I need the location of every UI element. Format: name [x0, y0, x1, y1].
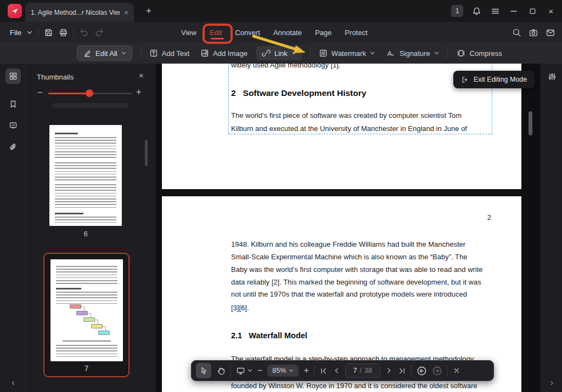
menu-item-edit[interactable]: Edit	[210, 29, 222, 37]
user-badge[interactable]: 1	[451, 5, 463, 17]
chevron-right-icon	[385, 367, 393, 374]
view-history-forward-button[interactable]	[432, 366, 442, 376]
add-image-label: Add Image	[213, 49, 248, 58]
next-page-button[interactable]	[385, 367, 393, 374]
thumbnail-size-slider[interactable]	[48, 93, 132, 94]
edit-all-label: Edit All	[95, 49, 117, 58]
watermark-button[interactable]: Watermark	[319, 49, 375, 58]
menu-item-convert[interactable]: Convert	[235, 29, 260, 37]
exit-editing-mode-button[interactable]: Exit Editing Mode	[453, 71, 535, 88]
slider-fill	[48, 93, 89, 94]
menu-item-page[interactable]: Page	[315, 29, 331, 37]
select-tool-button[interactable]	[196, 363, 211, 378]
new-tab-button[interactable]: +	[143, 5, 155, 17]
menu-item-protect[interactable]: Protect	[345, 29, 367, 37]
thumbnails-scrollbar[interactable]	[145, 140, 148, 166]
collapse-sidebar-button[interactable]: ‹	[0, 378, 26, 388]
undo-button[interactable]	[80, 28, 89, 37]
add-image-icon	[200, 49, 209, 58]
left-sidebar-rail: ‹	[0, 64, 26, 392]
edit-all-button[interactable]: Edit All	[77, 46, 132, 61]
camera-screenshot-icon[interactable]	[529, 28, 538, 37]
thumbnails-panel-button[interactable]	[5, 69, 21, 84]
cursor-icon	[199, 366, 208, 375]
document-line: [3][6].	[231, 304, 249, 312]
document-line: Kilburn and executed at the University o…	[231, 124, 467, 133]
document-line: widely used Agile methodology [1].	[231, 64, 340, 69]
exit-icon	[461, 76, 469, 84]
window-minimize-button[interactable]	[508, 5, 519, 16]
menu-item-annotate[interactable]: Annotate	[273, 29, 302, 37]
close-panel-icon[interactable]: ×	[139, 71, 144, 80]
editable-text-frame[interactable]	[228, 64, 492, 134]
chevron-down-icon	[370, 52, 375, 55]
bookmark-icon	[9, 100, 18, 109]
properties-sliders-icon[interactable]	[541, 72, 562, 81]
first-page-button[interactable]	[319, 367, 328, 375]
slider-handle[interactable]	[86, 89, 93, 97]
menu-item-view[interactable]: View	[181, 29, 196, 37]
thumbnail-zoom-out-button[interactable]: −	[37, 88, 42, 98]
add-image-button[interactable]: Add Image	[200, 49, 248, 58]
zoom-level-value: 85%	[272, 367, 286, 374]
titlebar: 1. Agile Method...r Nicolas Viera × + 1 …	[0, 0, 562, 22]
compress-button[interactable]: Compress	[456, 49, 502, 58]
signature-button[interactable]: Signature	[386, 49, 439, 58]
divider	[314, 365, 314, 376]
window-maximize-button[interactable]	[527, 5, 538, 16]
file-menu[interactable]: File	[10, 29, 21, 37]
link-icon	[262, 49, 271, 58]
previous-page-button[interactable]	[333, 367, 340, 374]
thumbnail-zoom-in-button[interactable]: +	[136, 87, 141, 97]
zoom-out-button[interactable]: −	[257, 366, 262, 376]
chevron-down-icon	[121, 52, 126, 55]
view-history-back-button[interactable]	[417, 366, 427, 376]
presentation-screen-icon	[236, 366, 245, 375]
document-line: data reliably [2]. This marked the begin…	[231, 278, 481, 286]
page-separator: /	[360, 367, 362, 374]
print-button[interactable]	[59, 28, 68, 37]
redo-button[interactable]	[94, 28, 104, 37]
add-text-button[interactable]: Add Text	[149, 49, 189, 58]
tab-close-icon[interactable]: ×	[124, 9, 128, 16]
document-line: founded by Winston W. Royce in 1970 and …	[231, 382, 477, 390]
hamburger-menu-icon[interactable]	[490, 5, 501, 16]
thumbnail-page-7-selected[interactable]: 7	[43, 253, 130, 377]
divider	[231, 365, 231, 376]
signature-label: Signature	[400, 49, 430, 58]
back-circle-icon	[417, 366, 427, 376]
page-number-input[interactable]: 7 / 38	[345, 363, 380, 378]
attachments-panel-button[interactable]	[5, 139, 21, 155]
hand-icon	[216, 366, 226, 376]
view-mode-button[interactable]	[236, 366, 252, 375]
thumbnail-page-6-label: 6	[49, 230, 122, 238]
thumbnail-page-6[interactable]	[49, 125, 122, 226]
link-button[interactable]: Link	[256, 46, 302, 60]
chevron-down-icon	[27, 31, 32, 35]
document-line: The world’s first piece of software was …	[231, 111, 462, 120]
comments-panel-button[interactable]	[5, 118, 21, 133]
edit-toolbar: Edit All Add Text Add Image Link Waterma…	[0, 43, 562, 64]
expand-right-panel-button[interactable]: ›	[541, 378, 562, 388]
last-page-button[interactable]	[398, 367, 406, 375]
save-button[interactable]	[44, 28, 53, 37]
last-page-icon	[398, 367, 406, 375]
bell-icon[interactable]	[471, 5, 482, 16]
zoom-level-dropdown[interactable]: 85%	[267, 365, 299, 377]
current-page: 7	[353, 367, 357, 374]
page-number: 2	[480, 213, 491, 221]
bookmarks-panel-button[interactable]	[5, 96, 21, 112]
search-icon[interactable]	[512, 28, 521, 37]
thumbnail-page-7[interactable]	[50, 259, 123, 361]
zoom-in-button[interactable]: +	[304, 366, 308, 376]
close-viewer-toolbar-button[interactable]	[453, 367, 460, 374]
document-tab[interactable]: 1. Agile Method...r Nicolas Viera ×	[25, 3, 134, 22]
document-scrollbar[interactable]	[529, 111, 532, 135]
divider	[38, 27, 38, 37]
watermark-icon	[319, 49, 328, 58]
window-close-button[interactable]: ×	[546, 5, 557, 16]
mail-icon[interactable]	[546, 28, 555, 37]
chevron-down-icon	[291, 52, 296, 55]
forward-circle-icon	[432, 366, 442, 376]
hand-tool-button[interactable]	[216, 366, 226, 376]
